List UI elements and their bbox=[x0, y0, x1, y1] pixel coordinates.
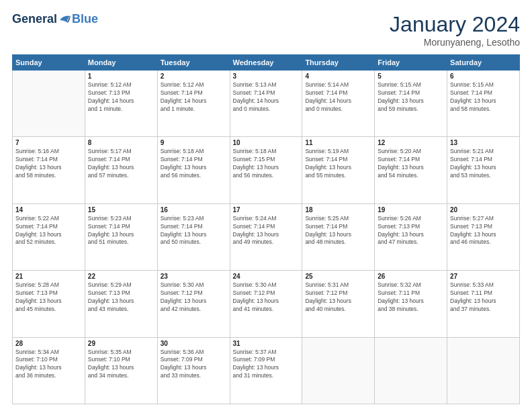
table-row: 4Sunrise: 5:14 AM Sunset: 7:14 PM Daylig… bbox=[302, 71, 375, 137]
table-row: 20Sunrise: 5:27 AM Sunset: 7:13 PM Dayli… bbox=[447, 203, 520, 270]
day-number: 18 bbox=[305, 206, 371, 214]
table-row: 6Sunrise: 5:15 AM Sunset: 7:14 PM Daylig… bbox=[447, 71, 520, 137]
day-info: Sunrise: 5:32 AM Sunset: 7:11 PM Dayligh… bbox=[378, 281, 444, 314]
day-info: Sunrise: 5:12 AM Sunset: 7:14 PM Dayligh… bbox=[161, 81, 227, 113]
day-info: Sunrise: 5:34 AM Sunset: 7:10 PM Dayligh… bbox=[15, 349, 82, 381]
day-number: 31 bbox=[233, 340, 300, 347]
table-row: 9Sunrise: 5:18 AM Sunset: 7:14 PM Daylig… bbox=[157, 137, 230, 203]
day-info: Sunrise: 5:23 AM Sunset: 7:14 PM Dayligh… bbox=[161, 215, 227, 247]
day-number: 24 bbox=[233, 273, 300, 280]
table-row: 5Sunrise: 5:15 AM Sunset: 7:14 PM Daylig… bbox=[375, 71, 447, 137]
day-number: 14 bbox=[15, 206, 82, 214]
day-info: Sunrise: 5:30 AM Sunset: 7:12 PM Dayligh… bbox=[161, 281, 227, 314]
calendar-week-row: 21Sunrise: 5:28 AM Sunset: 7:13 PM Dayli… bbox=[13, 271, 520, 337]
day-info: Sunrise: 5:13 AM Sunset: 7:14 PM Dayligh… bbox=[233, 81, 300, 113]
day-info: Sunrise: 5:28 AM Sunset: 7:13 PM Dayligh… bbox=[15, 281, 82, 314]
col-thursday: Thursday bbox=[302, 55, 375, 71]
day-info: Sunrise: 5:35 AM Sunset: 7:10 PM Dayligh… bbox=[88, 349, 154, 381]
logo-blue: Blue bbox=[72, 12, 98, 26]
day-number: 6 bbox=[450, 73, 517, 80]
day-number: 27 bbox=[450, 273, 517, 280]
table-row: 24Sunrise: 5:30 AM Sunset: 7:12 PM Dayli… bbox=[230, 271, 302, 337]
table-row: 27Sunrise: 5:33 AM Sunset: 7:11 PM Dayli… bbox=[447, 271, 520, 337]
day-number: 13 bbox=[450, 139, 517, 146]
table-row: 15Sunrise: 5:23 AM Sunset: 7:14 PM Dayli… bbox=[85, 203, 157, 270]
day-number: 19 bbox=[378, 206, 444, 214]
day-number: 29 bbox=[88, 340, 154, 347]
table-row: 13Sunrise: 5:21 AM Sunset: 7:14 PM Dayli… bbox=[447, 137, 520, 203]
day-number: 11 bbox=[305, 139, 371, 146]
table-row: 1Sunrise: 5:12 AM Sunset: 7:13 PM Daylig… bbox=[85, 71, 157, 137]
day-number: 16 bbox=[161, 206, 227, 214]
header: General Blue January 2024 Morunyaneng, L… bbox=[12, 12, 520, 48]
table-row bbox=[447, 337, 520, 404]
table-row: 12Sunrise: 5:20 AM Sunset: 7:14 PM Dayli… bbox=[375, 137, 447, 203]
logo-general: General bbox=[12, 12, 57, 26]
table-row: 2Sunrise: 5:12 AM Sunset: 7:14 PM Daylig… bbox=[157, 71, 230, 137]
table-row: 3Sunrise: 5:13 AM Sunset: 7:14 PM Daylig… bbox=[230, 71, 302, 137]
day-info: Sunrise: 5:22 AM Sunset: 7:14 PM Dayligh… bbox=[15, 215, 82, 247]
day-info: Sunrise: 5:23 AM Sunset: 7:14 PM Dayligh… bbox=[88, 215, 154, 247]
day-info: Sunrise: 5:17 AM Sunset: 7:14 PM Dayligh… bbox=[88, 148, 154, 180]
day-info: Sunrise: 5:36 AM Sunset: 7:09 PM Dayligh… bbox=[161, 349, 227, 381]
col-tuesday: Tuesday bbox=[157, 55, 230, 71]
day-number: 2 bbox=[161, 73, 227, 80]
day-number: 20 bbox=[450, 206, 517, 214]
calendar-week-row: 7Sunrise: 5:16 AM Sunset: 7:14 PM Daylig… bbox=[13, 137, 520, 203]
day-number: 21 bbox=[15, 273, 82, 280]
table-row: 29Sunrise: 5:35 AM Sunset: 7:10 PM Dayli… bbox=[85, 337, 157, 404]
calendar-week-row: 28Sunrise: 5:34 AM Sunset: 7:10 PM Dayli… bbox=[13, 337, 520, 404]
table-row: 14Sunrise: 5:22 AM Sunset: 7:14 PM Dayli… bbox=[13, 203, 85, 270]
location: Morunyaneng, Lesotho bbox=[390, 37, 520, 48]
col-friday: Friday bbox=[375, 55, 447, 71]
col-monday: Monday bbox=[85, 55, 157, 71]
table-row: 28Sunrise: 5:34 AM Sunset: 7:10 PM Dayli… bbox=[13, 337, 85, 404]
day-number: 5 bbox=[378, 73, 444, 80]
day-info: Sunrise: 5:24 AM Sunset: 7:14 PM Dayligh… bbox=[233, 215, 300, 247]
day-number: 15 bbox=[88, 206, 154, 214]
table-row: 19Sunrise: 5:26 AM Sunset: 7:13 PM Dayli… bbox=[375, 203, 447, 270]
day-number: 8 bbox=[88, 139, 154, 146]
calendar-week-row: 14Sunrise: 5:22 AM Sunset: 7:14 PM Dayli… bbox=[13, 203, 520, 270]
day-info: Sunrise: 5:37 AM Sunset: 7:09 PM Dayligh… bbox=[233, 349, 300, 381]
table-row: 23Sunrise: 5:30 AM Sunset: 7:12 PM Dayli… bbox=[157, 271, 230, 337]
day-info: Sunrise: 5:16 AM Sunset: 7:14 PM Dayligh… bbox=[15, 148, 82, 180]
day-info: Sunrise: 5:27 AM Sunset: 7:13 PM Dayligh… bbox=[450, 215, 517, 247]
day-info: Sunrise: 5:31 AM Sunset: 7:12 PM Dayligh… bbox=[305, 281, 371, 314]
table-row bbox=[375, 337, 447, 404]
day-number: 23 bbox=[161, 273, 227, 280]
day-number: 3 bbox=[233, 73, 300, 80]
table-row: 26Sunrise: 5:32 AM Sunset: 7:11 PM Dayli… bbox=[375, 271, 447, 337]
table-row bbox=[13, 71, 85, 137]
logo: General Blue bbox=[12, 12, 98, 26]
table-row: 22Sunrise: 5:29 AM Sunset: 7:13 PM Dayli… bbox=[85, 271, 157, 337]
table-row bbox=[302, 337, 375, 404]
table-row: 17Sunrise: 5:24 AM Sunset: 7:14 PM Dayli… bbox=[230, 203, 302, 270]
day-number: 12 bbox=[378, 139, 444, 146]
day-number: 30 bbox=[161, 340, 227, 347]
col-wednesday: Wednesday bbox=[230, 55, 302, 71]
day-number: 4 bbox=[305, 73, 371, 80]
calendar-table: Sunday Monday Tuesday Wednesday Thursday… bbox=[12, 54, 520, 404]
day-info: Sunrise: 5:18 AM Sunset: 7:15 PM Dayligh… bbox=[233, 148, 300, 180]
col-sunday: Sunday bbox=[13, 55, 85, 71]
calendar-week-row: 1Sunrise: 5:12 AM Sunset: 7:13 PM Daylig… bbox=[13, 71, 520, 137]
calendar-header-row: Sunday Monday Tuesday Wednesday Thursday… bbox=[13, 55, 520, 71]
day-number: 1 bbox=[88, 73, 154, 80]
table-row: 18Sunrise: 5:25 AM Sunset: 7:14 PM Dayli… bbox=[302, 203, 375, 270]
table-row: 25Sunrise: 5:31 AM Sunset: 7:12 PM Dayli… bbox=[302, 271, 375, 337]
day-info: Sunrise: 5:20 AM Sunset: 7:14 PM Dayligh… bbox=[378, 148, 444, 180]
day-info: Sunrise: 5:15 AM Sunset: 7:14 PM Dayligh… bbox=[450, 81, 517, 113]
table-row: 16Sunrise: 5:23 AM Sunset: 7:14 PM Dayli… bbox=[157, 203, 230, 270]
day-info: Sunrise: 5:18 AM Sunset: 7:14 PM Dayligh… bbox=[161, 148, 227, 180]
day-number: 17 bbox=[233, 206, 300, 214]
table-row: 11Sunrise: 5:19 AM Sunset: 7:14 PM Dayli… bbox=[302, 137, 375, 203]
table-row: 30Sunrise: 5:36 AM Sunset: 7:09 PM Dayli… bbox=[157, 337, 230, 404]
table-row: 21Sunrise: 5:28 AM Sunset: 7:13 PM Dayli… bbox=[13, 271, 85, 337]
day-number: 10 bbox=[233, 139, 300, 146]
day-info: Sunrise: 5:30 AM Sunset: 7:12 PM Dayligh… bbox=[233, 281, 300, 314]
page: General Blue January 2024 Morunyaneng, L… bbox=[0, 0, 532, 411]
day-number: 22 bbox=[88, 273, 154, 280]
col-saturday: Saturday bbox=[447, 55, 520, 71]
day-number: 26 bbox=[378, 273, 444, 280]
